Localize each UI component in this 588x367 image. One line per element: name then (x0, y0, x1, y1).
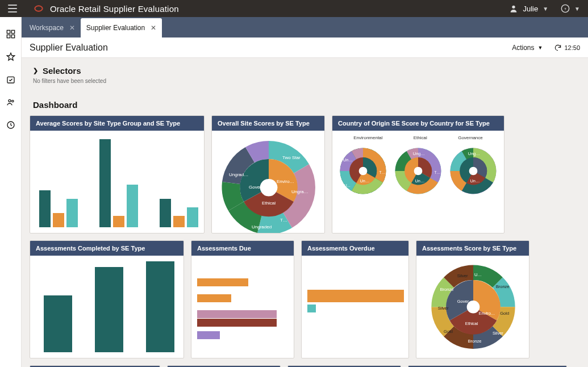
svg-rect-7 (11, 35, 14, 37)
svg-text:Silver: Silver (457, 273, 468, 278)
refresh-button[interactable]: 12:50 (554, 44, 580, 52)
dashboard-heading: Dashboard (30, 100, 580, 110)
svg-text:Silver: Silver (438, 306, 449, 311)
svg-text:Un…: Un… (343, 157, 353, 162)
close-icon[interactable]: ✕ (151, 24, 156, 32)
svg-point-10 (11, 100, 13, 102)
svg-text:Ethical: Ethical (465, 321, 478, 326)
selectors-label: Selectors (43, 66, 81, 76)
svg-text:?: ? (565, 7, 566, 11)
svg-text:Un…: Un… (360, 178, 370, 184)
svg-text:Ung…: Ung… (468, 151, 479, 156)
card-title: Assessments Overdue (302, 241, 408, 256)
card-assess-due[interactable]: Assessments Due (191, 240, 294, 358)
svg-text:Ethical: Ethical (262, 201, 276, 206)
card-title: Overall Site Scores by SE Type (212, 116, 324, 131)
card-title: Assessments Due (191, 241, 294, 256)
user-name: Julie (523, 5, 538, 13)
svg-point-9 (9, 99, 11, 102)
sub-ethical: Ethical (414, 135, 427, 140)
card-overall-site-scores[interactable]: Overall Site Scores by SE Type (211, 115, 325, 233)
svg-text:T…: T… (280, 218, 287, 223)
chart-assess-score: U… Bronze Gold Silver Bronze Gold Silver… (416, 256, 529, 358)
chart-assess-overdue (302, 256, 408, 358)
svg-text:Ungrad…: Ungrad… (229, 172, 248, 177)
tab-workspace[interactable]: Workspace ✕ (24, 18, 81, 37)
svg-text:Silver: Silver (493, 331, 503, 336)
card-assess-overdue[interactable]: Assessments Overdue (301, 240, 409, 358)
card-assess-completed[interactable]: Assessments Completed by SE Type (30, 240, 184, 358)
help-icon[interactable]: ? (561, 4, 570, 13)
clock-icon[interactable] (6, 120, 15, 130)
svg-text:Ungraded: Ungraded (252, 224, 272, 230)
people-icon[interactable] (6, 98, 15, 107)
page-title: Supplier Evaluation (30, 43, 108, 53)
user-icon (509, 4, 518, 13)
menu-icon[interactable] (8, 5, 17, 12)
tab-label: Workspace (30, 24, 64, 32)
chevron-down-icon: ▼ (574, 6, 580, 12)
no-filters-text: No filters have been selected (30, 78, 580, 84)
refresh-icon (554, 44, 562, 52)
chevron-down-icon: ▼ (543, 6, 548, 12)
top-bar: Oracle Retail Supplier Evaluation Julie … (0, 0, 588, 17)
chart-country-origin: Environmental Ethical Governance Un…Un…T… (332, 131, 504, 233)
chart-overall-site-scores: Two Star Ungra… T… Ungraded Ungrad… Gove… (212, 131, 324, 233)
svg-point-30 (414, 167, 423, 176)
chevron-right-icon: ❯ (33, 67, 38, 74)
chart-assess-completed (30, 256, 184, 358)
svg-rect-6 (7, 35, 10, 37)
svg-point-36 (469, 167, 477, 176)
svg-rect-5 (11, 30, 14, 33)
svg-point-1 (512, 6, 515, 9)
svg-text:Two Star: Two Star (282, 155, 301, 160)
app-title: Oracle Retail Supplier Evaluation (50, 4, 179, 14)
svg-text:Un…: Un… (415, 178, 424, 184)
content-area: ❯ Selectors No filters have been selecte… (22, 58, 588, 367)
svg-text:Gold: Gold (444, 329, 453, 334)
calendar-check-icon[interactable] (6, 75, 15, 84)
svg-rect-4 (7, 30, 10, 33)
svg-text:Un…: Un… (470, 178, 479, 184)
svg-text:Enviro…: Enviro… (478, 311, 495, 316)
card-assess-score[interactable]: Assessments Score by SE Type (416, 240, 529, 358)
chart-avg-scores (30, 131, 204, 233)
svg-text:U…: U… (344, 184, 351, 187)
svg-text:Govern…: Govern… (249, 185, 268, 190)
card-avg-scores[interactable]: Average Scores by Site Type Group and SE… (30, 115, 205, 233)
svg-text:Enviro…: Enviro… (277, 179, 294, 184)
svg-text:T…: T… (380, 170, 385, 174)
chart-assess-due (191, 256, 294, 358)
card-title: Average Scores by Site Type Group and SE… (30, 116, 204, 131)
tab-label: Supplier Evaluation (86, 24, 145, 32)
svg-text:Ungra…: Ungra… (291, 189, 308, 194)
selectors-toggle[interactable]: ❯ Selectors (30, 66, 580, 76)
user-menu[interactable]: Julie ▼ ? ▼ (509, 4, 580, 13)
card-title: Assessments Score by SE Type (416, 241, 529, 256)
sub-environmental: Environmental (353, 135, 382, 140)
svg-text:Gover…: Gover… (457, 299, 473, 304)
svg-point-0 (35, 6, 42, 11)
page-subheader: Supplier Evaluation Actions ▼ 12:50 (22, 37, 588, 58)
close-icon[interactable]: ✕ (69, 24, 75, 32)
chevron-down-icon: ▼ (538, 45, 543, 51)
svg-text:U…: U… (474, 272, 482, 277)
tabs-bar: Workspace ✕ Supplier Evaluation ✕ (22, 17, 588, 37)
refresh-time: 12:50 (564, 44, 580, 51)
svg-text:Ung…: Ung… (413, 151, 425, 156)
sub-governance: Governance (458, 135, 483, 140)
card-title: Country of Origin SE Score by Country fo… (332, 116, 504, 131)
svg-text:T…: T… (435, 170, 440, 174)
actions-menu[interactable]: Actions ▼ (512, 44, 543, 52)
card-title: Assessments Completed by SE Type (30, 241, 184, 256)
svg-text:Bronze: Bronze (496, 284, 510, 289)
svg-text:Bronze: Bronze (440, 287, 453, 292)
svg-text:Bronze: Bronze (468, 339, 482, 344)
svg-text:Gold: Gold (500, 311, 509, 316)
tab-supplier-evaluation[interactable]: Supplier Evaluation ✕ (81, 18, 162, 37)
left-nav-rail (0, 17, 22, 367)
star-icon[interactable] (6, 52, 15, 61)
card-country-origin[interactable]: Country of Origin SE Score by Country fo… (332, 115, 504, 233)
oracle-brand-icon (34, 4, 43, 13)
grid-icon[interactable] (6, 30, 15, 39)
